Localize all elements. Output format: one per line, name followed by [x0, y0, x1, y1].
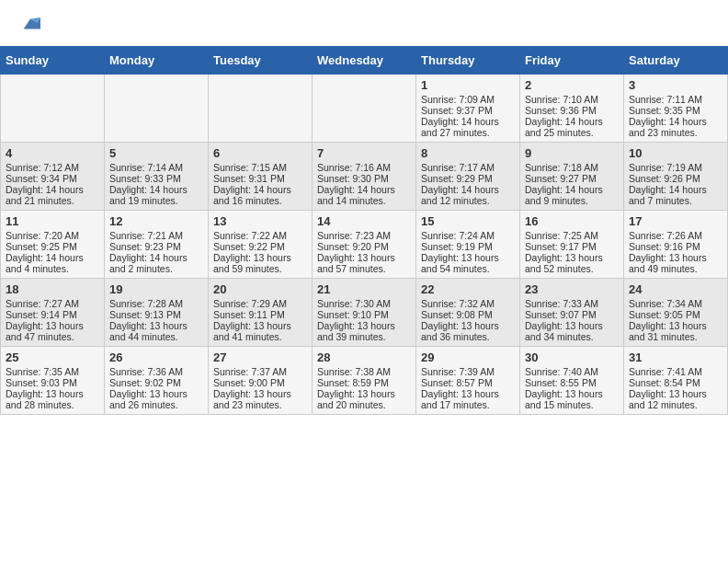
day-number: 25: [6, 350, 99, 364]
calendar-cell: [313, 75, 416, 143]
sunrise-text: Sunrise: 7:17 AM: [421, 162, 515, 173]
daylight-text: Daylight: 13 hours and 36 minutes.: [421, 320, 515, 342]
sunrise-text: Sunrise: 7:23 AM: [317, 230, 411, 241]
sunset-text: Sunset: 8:54 PM: [629, 377, 722, 388]
sunrise-text: Sunrise: 7:12 AM: [6, 162, 99, 173]
calendar-cell: 25Sunrise: 7:35 AMSunset: 9:03 PMDayligh…: [1, 347, 105, 415]
sunrise-text: Sunrise: 7:26 AM: [629, 230, 722, 241]
calendar-cell: 5Sunrise: 7:14 AMSunset: 9:33 PMDaylight…: [105, 143, 209, 211]
day-header-friday: Friday: [520, 47, 624, 75]
day-number: 18: [6, 282, 99, 296]
sunrise-text: Sunrise: 7:30 AM: [317, 298, 411, 309]
daylight-text: Daylight: 13 hours and 39 minutes.: [317, 320, 411, 342]
calendar-cell: 14Sunrise: 7:23 AMSunset: 9:20 PMDayligh…: [313, 211, 416, 279]
sunset-text: Sunset: 9:34 PM: [6, 173, 99, 184]
sunset-text: Sunset: 9:17 PM: [525, 241, 619, 252]
calendar-cell: [209, 75, 313, 143]
sunrise-text: Sunrise: 7:35 AM: [6, 366, 99, 377]
calendar-cell: 13Sunrise: 7:22 AMSunset: 9:22 PMDayligh…: [209, 211, 313, 279]
sunset-text: Sunset: 9:27 PM: [525, 173, 619, 184]
day-number: 7: [317, 146, 411, 160]
calendar-cell: 3Sunrise: 7:11 AMSunset: 9:35 PMDaylight…: [624, 75, 728, 143]
calendar-cell: 23Sunrise: 7:33 AMSunset: 9:07 PMDayligh…: [520, 279, 624, 347]
sunrise-text: Sunrise: 7:29 AM: [213, 298, 307, 309]
sunrise-text: Sunrise: 7:28 AM: [109, 298, 203, 309]
sunset-text: Sunset: 9:37 PM: [421, 105, 515, 116]
sunset-text: Sunset: 9:00 PM: [213, 377, 307, 388]
day-number: 16: [525, 214, 619, 228]
sunrise-text: Sunrise: 7:33 AM: [525, 298, 619, 309]
daylight-text: Daylight: 13 hours and 49 minutes.: [629, 252, 722, 274]
daylight-text: Daylight: 13 hours and 12 minutes.: [629, 388, 722, 410]
day-number: 9: [525, 146, 619, 160]
calendar-cell: 6Sunrise: 7:15 AMSunset: 9:31 PMDaylight…: [209, 143, 313, 211]
day-header-sunday: Sunday: [1, 47, 105, 75]
calendar-cell: 21Sunrise: 7:30 AMSunset: 9:10 PMDayligh…: [313, 279, 416, 347]
calendar-cell: 16Sunrise: 7:25 AMSunset: 9:17 PMDayligh…: [520, 211, 624, 279]
calendar-cell: 7Sunrise: 7:16 AMSunset: 9:30 PMDaylight…: [313, 143, 416, 211]
sunrise-text: Sunrise: 7:24 AM: [421, 230, 515, 241]
daylight-text: Daylight: 14 hours and 25 minutes.: [525, 116, 619, 138]
day-number: 27: [213, 350, 307, 364]
daylight-text: Daylight: 13 hours and 31 minutes.: [629, 320, 722, 342]
daylight-text: Daylight: 14 hours and 14 minutes.: [317, 184, 411, 206]
calendar-week-row: 25Sunrise: 7:35 AMSunset: 9:03 PMDayligh…: [1, 347, 728, 415]
day-number: 29: [421, 350, 515, 364]
sunset-text: Sunset: 9:20 PM: [317, 241, 411, 252]
sunset-text: Sunset: 9:22 PM: [213, 241, 307, 252]
day-header-thursday: Thursday: [416, 47, 520, 75]
day-number: 21: [317, 282, 411, 296]
day-number: 5: [109, 146, 203, 160]
sunset-text: Sunset: 9:05 PM: [629, 309, 722, 320]
sunset-text: Sunset: 9:31 PM: [213, 173, 307, 184]
sunset-text: Sunset: 9:08 PM: [421, 309, 515, 320]
daylight-text: Daylight: 13 hours and 59 minutes.: [213, 252, 307, 274]
calendar-week-row: 4Sunrise: 7:12 AMSunset: 9:34 PMDaylight…: [1, 143, 728, 211]
sunset-text: Sunset: 9:13 PM: [109, 309, 203, 320]
daylight-text: Daylight: 13 hours and 52 minutes.: [525, 252, 619, 274]
calendar-cell: 22Sunrise: 7:32 AMSunset: 9:08 PMDayligh…: [416, 279, 520, 347]
day-number: 3: [629, 78, 722, 92]
calendar-cell: 30Sunrise: 7:40 AMSunset: 8:55 PMDayligh…: [520, 347, 624, 415]
daylight-text: Daylight: 13 hours and 54 minutes.: [421, 252, 515, 274]
day-number: 28: [317, 350, 411, 364]
sunset-text: Sunset: 9:26 PM: [629, 173, 722, 184]
calendar-cell: 2Sunrise: 7:10 AMSunset: 9:36 PMDaylight…: [520, 75, 624, 143]
calendar-cell: 1Sunrise: 7:09 AMSunset: 9:37 PMDaylight…: [416, 75, 520, 143]
daylight-text: Daylight: 14 hours and 21 minutes.: [6, 184, 99, 206]
sunrise-text: Sunrise: 7:25 AM: [525, 230, 619, 241]
sunset-text: Sunset: 9:29 PM: [421, 173, 515, 184]
sunrise-text: Sunrise: 7:09 AM: [421, 94, 515, 105]
sunrise-text: Sunrise: 7:20 AM: [6, 230, 99, 241]
daylight-text: Daylight: 13 hours and 20 minutes.: [317, 388, 411, 410]
daylight-text: Daylight: 13 hours and 34 minutes.: [525, 320, 619, 342]
calendar-table: SundayMondayTuesdayWednesdayThursdayFrid…: [0, 46, 728, 415]
sunset-text: Sunset: 9:25 PM: [6, 241, 99, 252]
sunset-text: Sunset: 8:55 PM: [525, 377, 619, 388]
day-number: 1: [421, 78, 515, 92]
sunset-text: Sunset: 9:23 PM: [109, 241, 203, 252]
daylight-text: Daylight: 13 hours and 44 minutes.: [109, 320, 203, 342]
daylight-text: Daylight: 13 hours and 28 minutes.: [6, 388, 99, 410]
day-number: 2: [525, 78, 619, 92]
daylight-text: Daylight: 14 hours and 9 minutes.: [525, 184, 619, 206]
logo-icon: [20, 14, 40, 34]
sunrise-text: Sunrise: 7:37 AM: [213, 366, 307, 377]
day-number: 23: [525, 282, 619, 296]
sunrise-text: Sunrise: 7:32 AM: [421, 298, 515, 309]
sunset-text: Sunset: 8:59 PM: [317, 377, 411, 388]
day-number: 20: [213, 282, 307, 296]
sunrise-text: Sunrise: 7:10 AM: [525, 94, 619, 105]
sunset-text: Sunset: 9:35 PM: [629, 105, 722, 116]
sunset-text: Sunset: 9:07 PM: [525, 309, 619, 320]
day-number: 30: [525, 350, 619, 364]
sunset-text: Sunset: 9:14 PM: [6, 309, 99, 320]
logo: [18, 14, 40, 34]
daylight-text: Daylight: 14 hours and 23 minutes.: [629, 116, 722, 138]
page-header: [0, 0, 728, 39]
day-number: 24: [629, 282, 722, 296]
day-header-saturday: Saturday: [624, 47, 728, 75]
day-number: 6: [213, 146, 307, 160]
sunrise-text: Sunrise: 7:34 AM: [629, 298, 722, 309]
sunset-text: Sunset: 9:19 PM: [421, 241, 515, 252]
